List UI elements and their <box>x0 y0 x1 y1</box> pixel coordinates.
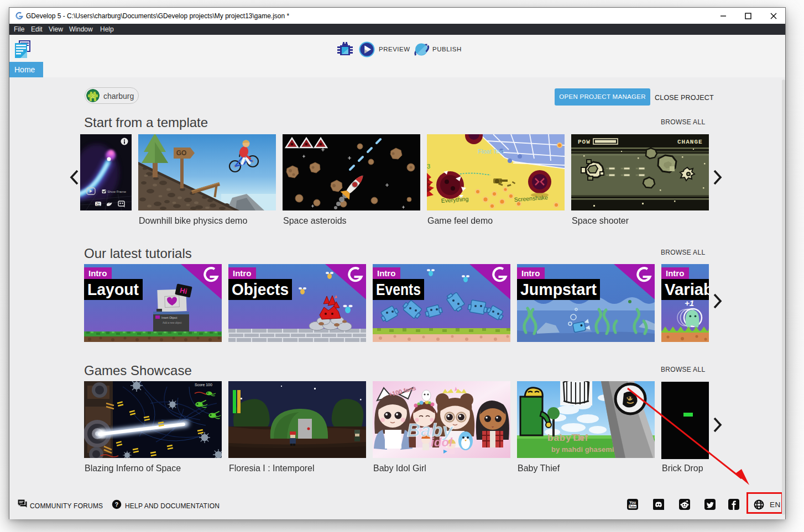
svg-text:idol: idol <box>431 435 453 449</box>
svg-text:Tube: Tube <box>629 505 636 508</box>
svg-text:Float Text: Float Text <box>478 148 504 155</box>
svg-text:Add a new object: Add a new object <box>163 322 182 324</box>
svg-text:Jumpstart: Jumpstart <box>520 280 597 298</box>
svg-text:ef: ef <box>579 433 588 443</box>
svg-text:GO: GO <box>176 149 187 157</box>
svg-text:Show Frame: Show Frame <box>107 190 127 193</box>
svg-text:You: You <box>629 501 636 504</box>
svg-text:Intro: Intro <box>233 268 251 278</box>
svg-text:Score 100: Score 100 <box>195 383 212 387</box>
svg-text:?: ? <box>115 501 118 508</box>
svg-text:Events: Events <box>376 280 421 298</box>
svg-text:Layout: Layout <box>87 280 139 298</box>
svg-text:Tube: Tube <box>96 204 101 207</box>
svg-text:Variab: Variab <box>665 280 709 298</box>
svg-text:CHANGE: CHANGE <box>677 139 703 145</box>
svg-text:3: 3 <box>427 163 430 170</box>
svg-text:Objects: Objects <box>232 280 289 298</box>
svg-text:Intro: Intro <box>377 268 395 278</box>
svg-text:Insert Object: Insert Object <box>161 316 177 319</box>
svg-text:POW: POW <box>578 139 591 145</box>
svg-text:Intro: Intro <box>521 268 540 278</box>
svg-text:by mahdi ghasemi: by mahdi ghasemi <box>551 445 614 454</box>
svg-text:babyTh: babyTh <box>547 433 584 443</box>
svg-text:Intro: Intro <box>88 268 107 278</box>
svg-text:Intro: Intro <box>666 268 684 278</box>
